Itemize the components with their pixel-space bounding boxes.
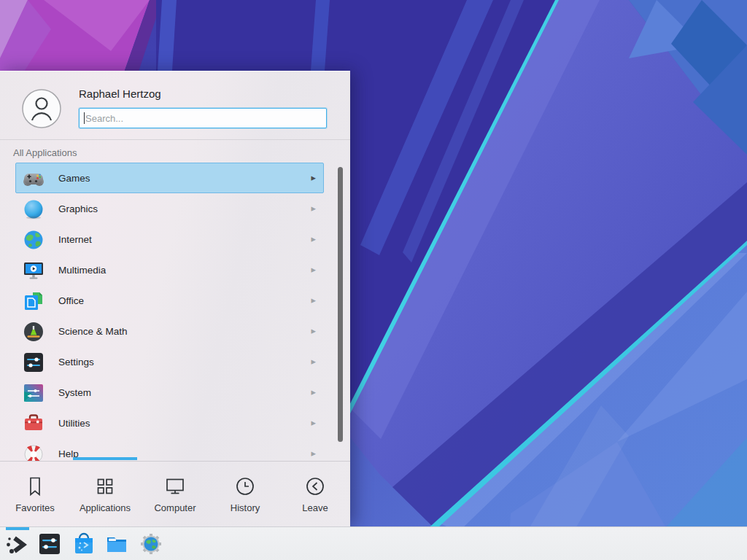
submenu-arrow-icon: ▸ [311, 193, 316, 224]
taskbar-panel: ES ▲ 7:03 PM 4/24/21 [0, 526, 747, 560]
category-label: Office [58, 295, 84, 306]
desktop: Raphael Hertzog Search... All Applicatio… [0, 0, 747, 560]
category-science-math[interactable]: Science & Math ▸ [15, 316, 324, 346]
app-launcher-button[interactable] [4, 531, 31, 559]
category-list: Games ▸ Graphics ▸ [0, 163, 350, 461]
category-label: Games [58, 173, 90, 184]
tab-leave[interactable]: Leave [280, 462, 350, 527]
clock-icon [234, 475, 256, 497]
leave-icon [304, 475, 326, 497]
system-icon [22, 381, 45, 405]
tab-computer[interactable]: Computer [140, 462, 210, 527]
tab-favorites[interactable]: Favorites [0, 462, 70, 527]
toolbox-icon [22, 412, 45, 435]
section-label: All Applications [13, 147, 77, 158]
tab-history[interactable]: History [210, 462, 280, 527]
category-label: Graphics [58, 203, 98, 214]
tab-label: Leave [302, 502, 328, 513]
tab-label: Favorites [15, 502, 54, 513]
submenu-arrow-icon: ▸ [311, 408, 316, 438]
submenu-arrow-icon: ▸ [311, 316, 316, 346]
submenu-arrow-icon: ▸ [311, 377, 316, 408]
submenu-arrow-icon: ▸ [311, 254, 316, 285]
search-input[interactable]: Search... [79, 108, 327, 128]
tab-label: Applications [80, 502, 131, 513]
category-graphics[interactable]: Graphics ▸ [15, 193, 324, 224]
system-settings-launcher-icon[interactable] [38, 532, 61, 556]
submenu-arrow-icon: ▸ [311, 346, 316, 377]
category-office[interactable]: Office ▸ [15, 285, 324, 316]
text-caret [84, 112, 85, 124]
category-settings[interactable]: Settings ▸ [15, 346, 324, 377]
gamepad-icon [22, 167, 45, 190]
scrollbar[interactable] [338, 167, 343, 442]
submenu-arrow-icon: ▸ [311, 163, 316, 193]
active-task-indicator [6, 527, 29, 530]
tab-applications[interactable]: Applications [70, 462, 140, 527]
submenu-arrow-icon: ▸ [311, 285, 316, 316]
category-label: System [58, 387, 91, 398]
category-system[interactable]: System ▸ [15, 377, 324, 408]
media-player-icon [22, 259, 45, 282]
globe-icon [22, 228, 45, 252]
tab-label: Computer [154, 502, 196, 513]
category-label: Settings [58, 357, 94, 368]
category-games[interactable]: Games ▸ [15, 163, 324, 193]
file-manager-icon[interactable] [105, 532, 128, 556]
category-internet[interactable]: Internet ▸ [15, 224, 324, 254]
office-documents-icon [22, 289, 45, 313]
category-label: Internet [58, 234, 92, 245]
globe-gear-icon[interactable] [139, 532, 163, 556]
category-label: Multimedia [58, 265, 106, 276]
category-utilities[interactable]: Utilities ▸ [15, 408, 324, 438]
science-flask-icon [22, 320, 45, 343]
monitor-icon [164, 475, 186, 497]
discover-store-icon[interactable] [72, 532, 96, 556]
settings-sliders-icon [22, 351, 45, 374]
tab-label: History [231, 502, 260, 513]
user-avatar-icon[interactable] [21, 88, 62, 129]
user-name: Raphael Hertzog [79, 88, 161, 100]
sphere-icon [22, 198, 45, 221]
bookmark-icon [24, 475, 46, 497]
category-label: Science & Math [58, 326, 128, 337]
launcher-header: Raphael Hertzog Search... [0, 71, 350, 139]
submenu-arrow-icon: ▸ [311, 438, 316, 461]
active-tab-indicator [73, 457, 137, 460]
search-placeholder: Search... [85, 113, 123, 124]
divider [0, 139, 350, 140]
application-launcher-menu: Raphael Hertzog Search... All Applicatio… [0, 71, 350, 526]
launcher-tab-bar: Favorites Applications Computer [0, 462, 350, 527]
lifebuoy-icon [22, 443, 45, 461]
category-help[interactable]: Help ▸ [15, 438, 324, 461]
category-label: Utilities [58, 418, 90, 429]
grid-icon [94, 475, 116, 497]
submenu-arrow-icon: ▸ [311, 224, 316, 254]
category-multimedia[interactable]: Multimedia ▸ [15, 254, 324, 285]
